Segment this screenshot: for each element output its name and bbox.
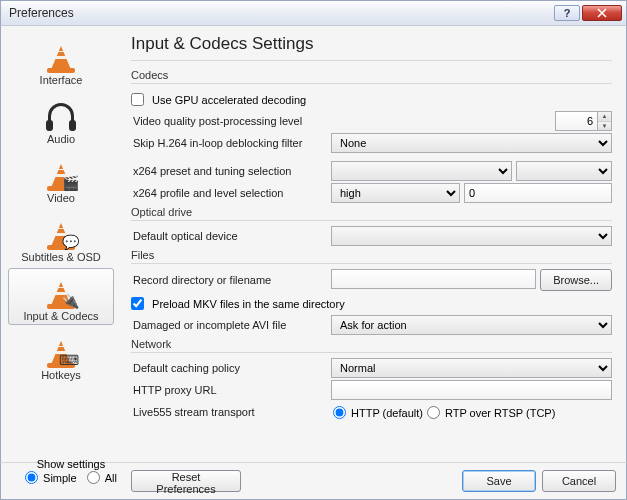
cone-icon: 🎬 [41, 155, 81, 191]
live555-http-radio[interactable]: HTTP (default) [333, 406, 423, 419]
postproc-spinner[interactable]: ▲▼ [555, 111, 612, 131]
x264-preset-label: x264 preset and tuning selection [131, 165, 331, 177]
spin-down-icon[interactable]: ▼ [598, 122, 611, 131]
sidebar-item-input-codecs[interactable]: 🔌 Input & Codecs [8, 268, 114, 325]
cone-icon [41, 37, 81, 73]
caching-select[interactable]: Normal [331, 358, 612, 378]
help-button[interactable]: ? [554, 5, 580, 21]
cancel-button[interactable]: Cancel [542, 470, 616, 492]
sidebar-item-video[interactable]: 🎬 Video [8, 150, 114, 207]
postproc-label: Video quality post-processing level [131, 115, 331, 127]
proxy-label: HTTP proxy URL [131, 384, 331, 396]
record-dir-label: Record directory or filename [131, 274, 331, 286]
live555-label: Live555 stream transport [131, 406, 331, 418]
cone-icon: ⌨ [41, 332, 81, 368]
window-title: Preferences [9, 6, 554, 20]
avi-select[interactable]: Ask for action [331, 315, 612, 335]
browse-button[interactable]: Browse... [540, 269, 612, 291]
show-settings-all-radio[interactable]: All [87, 471, 117, 484]
x264-preset-select[interactable] [331, 161, 512, 181]
spin-up-icon[interactable]: ▲ [598, 112, 611, 122]
save-button[interactable]: Save [462, 470, 536, 492]
group-network: Network [131, 336, 612, 353]
optical-device-label: Default optical device [131, 230, 331, 242]
cone-icon: 💬 [41, 214, 81, 250]
cone-icon: 🔌 [41, 273, 81, 309]
gpu-decoding-checkbox[interactable]: Use GPU accelerated decoding [131, 93, 306, 106]
optical-device-select[interactable] [331, 226, 612, 246]
show-settings-label: Show settings [11, 458, 131, 470]
group-codecs: Codecs [131, 67, 612, 84]
close-button[interactable] [582, 5, 622, 21]
footer: Show settings Simple All Reset Preferenc… [0, 462, 627, 500]
sidebar-item-hotkeys[interactable]: ⌨ Hotkeys [8, 327, 114, 384]
proxy-input[interactable] [331, 380, 612, 400]
record-dir-input[interactable] [331, 269, 536, 289]
group-files: Files [131, 247, 612, 264]
sidebar-item-subtitles[interactable]: 💬 Subtitles & OSD [8, 209, 114, 266]
sidebar-item-audio[interactable]: Audio [8, 91, 114, 148]
caching-label: Default caching policy [131, 362, 331, 374]
group-optical: Optical drive [131, 204, 612, 221]
avi-label: Damaged or incomplete AVI file [131, 319, 331, 331]
main-panel: Input & Codecs Settings Codecs Use GPU a… [121, 26, 626, 462]
sidebar: Interface Audio 🎬 Video 💬 Subtitles & OS… [1, 26, 121, 462]
reset-preferences-button[interactable]: Reset Preferences [131, 470, 241, 492]
sidebar-item-interface[interactable]: Interface [8, 32, 114, 89]
x264-profile-label: x264 profile and level selection [131, 187, 331, 199]
skip-loop-select[interactable]: None [331, 133, 612, 153]
preload-mkv-checkbox[interactable]: Preload MKV files in the same directory [131, 297, 345, 310]
skip-loop-label: Skip H.264 in-loop deblocking filter [131, 137, 331, 149]
x264-level-input[interactable] [464, 183, 612, 203]
x264-profile-select[interactable]: high [331, 183, 460, 203]
page-title: Input & Codecs Settings [131, 34, 612, 54]
headphones-icon [41, 96, 81, 132]
titlebar: Preferences ? [0, 0, 627, 26]
x264-tuning-select[interactable] [516, 161, 612, 181]
show-settings-simple-radio[interactable]: Simple [25, 471, 77, 484]
live555-rtp-radio[interactable]: RTP over RTSP (TCP) [427, 406, 555, 419]
